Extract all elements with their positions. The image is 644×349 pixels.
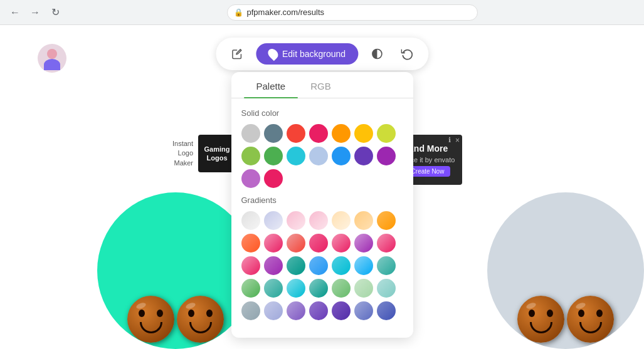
instant-logo-text: Instant Logo Maker [172,139,193,168]
gradient-swatch[interactable] [309,301,328,320]
color-swatch[interactable] [264,124,283,143]
color-swatch[interactable] [241,124,260,143]
color-swatch[interactable] [264,169,283,188]
reset-button[interactable] [396,43,418,65]
smiley-right-eye [206,310,213,317]
color-swatch[interactable] [332,147,351,165]
color-picker-panel: Palette RGB Solid color [231,72,413,338]
gaming-ad: Instant Logo Maker Gaming Logos [172,135,236,172]
lock-icon: 🔒 [234,8,243,17]
gradient-swatch[interactable] [309,256,328,275]
tab-palette[interactable]: Palette [244,72,298,98]
gradient-swatch[interactable] [354,279,373,298]
smiley-left-eye [529,310,535,317]
smiley-right-eye [596,310,603,317]
avatar[interactable] [38,44,66,73]
forward-button[interactable]: → [28,5,43,20]
smiley-pair-left [127,296,224,343]
gradient-swatch[interactable] [241,279,260,298]
preview-left [97,174,254,349]
gradient-swatch[interactable] [287,256,305,275]
gradient-swatch[interactable] [287,234,305,253]
color-swatch[interactable] [287,124,305,143]
back-button[interactable]: ← [8,5,23,20]
avatar-head [47,49,57,59]
smiley-highlight [185,302,196,310]
color-swatch[interactable] [241,169,260,188]
color-swatch[interactable] [264,147,283,165]
gradient-swatch[interactable] [354,256,373,275]
gradient-swatch[interactable] [332,211,351,230]
gradient-swatch[interactable] [332,301,351,320]
color-swatch[interactable] [241,147,260,165]
gradient-swatch[interactable] [332,256,351,275]
gradient-swatch[interactable] [287,301,305,320]
color-swatch[interactable] [332,124,351,143]
ad-info-button[interactable]: ℹ [448,136,451,144]
solid-color-grid [241,124,403,188]
droplet-icon [266,47,280,61]
page-content: Edit background Palette RGB Solid color [0,25,644,349]
smiley-mouth [579,322,602,333]
tab-rgb[interactable]: RGB [298,72,344,98]
color-swatch[interactable] [354,124,373,143]
circle-gray-bg [487,192,644,349]
browser-bar: ← → ↻ 🔒 pfpmaker.com/results [0,0,644,25]
smiley-right-eye [547,310,553,317]
smiley-pair-right [517,296,614,343]
gradients-label: Gradients [241,195,403,205]
smiley-mouth [189,322,212,333]
and-more-text: And More [408,143,448,154]
smiley-mouth [530,322,552,333]
circle-teal-bg [97,192,254,349]
gaming-logos-box[interactable]: Gaming Logos [198,135,236,172]
gradient-swatch[interactable] [332,279,351,298]
smiley-left-eye [188,310,194,317]
address-bar[interactable]: 🔒 pfpmaker.com/results [227,4,478,21]
gradient-swatch[interactable] [377,301,396,320]
color-swatch[interactable] [354,147,373,165]
url-text: pfpmaker.com/results [247,8,325,17]
gradient-swatch[interactable] [377,279,396,298]
edit-background-button[interactable]: Edit background [256,43,358,65]
gradient-swatch[interactable] [354,301,373,320]
smiley-left-eye [578,310,584,317]
gradient-swatch[interactable] [287,211,305,230]
gradient-swatch[interactable] [264,301,283,320]
color-swatch[interactable] [287,147,305,165]
solid-color-section: Solid color [231,108,413,188]
gradient-swatch[interactable] [309,211,328,230]
gradient-swatch[interactable] [309,234,328,253]
gradient-swatch[interactable] [241,301,260,320]
gradient-swatch[interactable] [287,279,305,298]
gradient-swatch[interactable] [309,279,328,298]
pencil-button[interactable] [226,43,248,65]
smiley-right-1 [517,296,564,343]
gradient-swatch[interactable] [241,256,260,275]
toolbar: Edit background [216,38,428,70]
gradient-swatch[interactable] [264,279,283,298]
color-swatch[interactable] [309,124,328,143]
gradient-swatch[interactable] [264,256,283,275]
smiley-right-2 [567,296,614,343]
gradient-swatch[interactable] [377,234,396,253]
gradient-swatch[interactable] [264,234,283,253]
color-swatch[interactable] [309,147,328,165]
color-tabs: Palette RGB [231,72,413,98]
gradient-swatch[interactable] [377,211,396,230]
gradient-swatch[interactable] [332,234,351,253]
contrast-button[interactable] [366,43,388,65]
solid-color-label: Solid color [241,108,403,118]
gradient-swatch[interactable] [377,256,396,275]
reload-button[interactable]: ↻ [48,5,63,20]
gradient-swatch[interactable] [241,211,260,230]
color-swatch[interactable] [377,147,396,165]
smiley-highlight [135,302,147,310]
ad-close-button[interactable]: × [455,136,460,145]
gradient-swatch[interactable] [264,211,283,230]
gradient-swatch[interactable] [241,234,260,253]
color-swatch[interactable] [377,124,396,143]
gradients-section: Gradients [231,195,413,320]
gradient-swatch[interactable] [354,234,373,253]
gradient-swatch[interactable] [354,211,373,230]
